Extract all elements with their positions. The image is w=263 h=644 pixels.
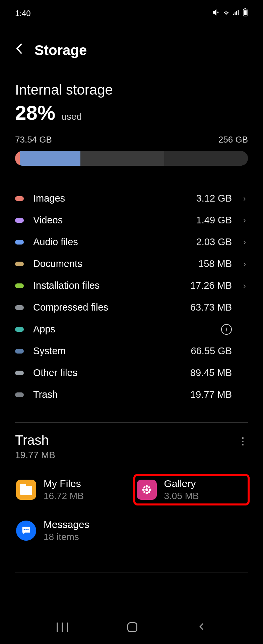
chevron-right-icon: [241, 346, 248, 356]
wifi-icon: [222, 9, 230, 18]
svg-point-4: [145, 485, 148, 488]
mute-icon: [212, 9, 220, 18]
category-row: System66.55 GB: [15, 340, 248, 362]
back-icon[interactable]: [15, 42, 24, 58]
internal-storage-section: Internal storage 28% used 73.54 GB 256 G…: [0, 68, 263, 176]
category-color-dot: [15, 218, 24, 223]
category-color-dot: [15, 371, 24, 375]
chevron-right-icon: [241, 368, 248, 378]
nav-back-icon[interactable]: [197, 622, 206, 633]
category-color-dot: [15, 349, 24, 354]
category-size: 17.26 MB: [190, 280, 232, 291]
trash-app-item[interactable]: Messages18 items: [13, 516, 130, 546]
trash-apps-grid: My Files16.72 MBGallery3.05 MBMessages18…: [0, 467, 263, 562]
chevron-right-icon: [241, 303, 248, 312]
category-size: 2.03 GB: [196, 236, 232, 248]
storage-progress-bar: [15, 151, 248, 166]
category-row[interactable]: Documents158 MB›: [15, 253, 248, 275]
trash-size: 19.77 MB: [15, 450, 55, 461]
svg-point-5: [145, 492, 148, 494]
category-label: Trash: [33, 389, 181, 400]
category-label: Compressed files: [33, 302, 181, 313]
category-size: 158 MB: [198, 258, 232, 269]
category-color-dot: [15, 262, 24, 266]
svg-point-14: [27, 529, 29, 530]
page-title: Storage: [35, 42, 87, 58]
chevron-right-icon: [241, 390, 248, 399]
category-size: 1.49 GB: [196, 215, 232, 226]
category-row: Trash19.77 MB: [15, 384, 248, 406]
category-label: Installation files: [33, 280, 181, 291]
category-list: Images3.12 GB›Videos1.49 GB›Audio files2…: [0, 176, 263, 412]
svg-point-13: [25, 529, 27, 530]
category-size: 3.12 GB: [196, 193, 232, 204]
status-icons: [212, 8, 248, 18]
info-icon[interactable]: i: [221, 324, 232, 335]
trash-header: Trash 19.77 MB ⋮: [0, 433, 263, 467]
category-label: Documents: [33, 258, 189, 269]
svg-point-10: [143, 491, 145, 493]
category-color-dot: [15, 305, 24, 310]
category-row[interactable]: Videos1.49 GB›: [15, 209, 248, 231]
divider: [15, 422, 248, 423]
trash-app-name: Gallery: [164, 478, 199, 489]
svg-rect-1: [245, 8, 246, 9]
battery-icon: [243, 8, 248, 18]
chevron-right-icon: [241, 325, 248, 334]
trash-app-name: My Files: [44, 478, 84, 489]
internal-storage-title: Internal storage: [15, 82, 248, 98]
category-color-dot: [15, 327, 24, 332]
category-row: Appsi: [15, 318, 248, 340]
svg-point-8: [143, 486, 145, 488]
category-row[interactable]: Audio files2.03 GB›: [15, 231, 248, 253]
signal-icon: [233, 9, 240, 18]
messages-app-icon: [16, 521, 36, 541]
trash-app-name: Messages: [44, 519, 89, 530]
category-color-dot: [15, 392, 24, 397]
category-size: 19.77 MB: [190, 389, 232, 400]
svg-point-3: [145, 488, 148, 491]
category-color-dot: [15, 283, 24, 288]
nav-home-icon[interactable]: [127, 622, 137, 632]
svg-rect-2: [244, 10, 247, 15]
chevron-right-icon: ›: [241, 194, 248, 203]
trash-app-size: 16.72 MB: [44, 491, 84, 501]
trash-app-size: 18 items: [44, 532, 89, 542]
divider: [15, 573, 248, 573]
category-color-dot: [15, 240, 24, 245]
svg-point-7: [149, 488, 151, 491]
trash-title: Trash: [15, 433, 55, 448]
status-time: 1:40: [15, 9, 31, 18]
svg-point-12: [23, 529, 25, 530]
category-size: 89.45 MB: [190, 367, 232, 378]
chevron-right-icon: ›: [241, 216, 248, 225]
svg-point-9: [148, 486, 150, 488]
used-size: 73.54 GB: [15, 135, 52, 145]
trash-app-size: 3.05 MB: [164, 491, 199, 501]
chevron-right-icon: ›: [241, 281, 248, 290]
category-row[interactable]: Installation files17.26 MB›: [15, 275, 248, 297]
chevron-right-icon: ›: [241, 237, 248, 247]
navigation-bar: [0, 610, 263, 644]
category-row: Compressed files63.73 MB: [15, 297, 248, 318]
usage-percent: 28%: [15, 101, 55, 124]
usage-used-label: used: [61, 111, 82, 122]
category-label: Audio files: [33, 236, 187, 248]
category-size: 66.55 GB: [191, 345, 232, 357]
more-menu-icon[interactable]: ⋮: [238, 433, 248, 442]
category-label: Other files: [33, 367, 181, 378]
status-bar: 1:40: [0, 0, 263, 22]
category-row[interactable]: Images3.12 GB›: [15, 187, 248, 209]
category-row: Other files89.45 MB: [15, 362, 248, 384]
total-size: 256 GB: [218, 135, 248, 145]
category-label: Videos: [33, 215, 187, 226]
svg-point-6: [142, 488, 144, 491]
header: Storage: [0, 22, 263, 68]
trash-app-item[interactable]: My Files16.72 MB: [13, 474, 130, 505]
nav-recent-icon[interactable]: [57, 623, 68, 632]
trash-app-item[interactable]: Gallery3.05 MB: [133, 474, 250, 505]
svg-point-11: [148, 491, 150, 493]
my-files-app-icon: [16, 480, 36, 500]
chevron-right-icon: ›: [241, 259, 248, 269]
category-label: Images: [33, 193, 187, 204]
